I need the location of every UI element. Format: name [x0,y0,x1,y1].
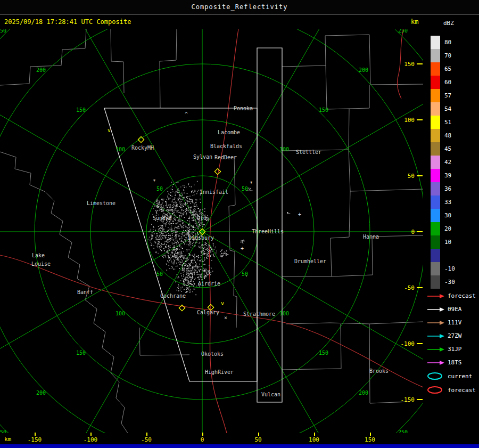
storm-marker: * [153,178,156,184]
county-boundary [286,322,423,324]
colorbar-value: 65 [444,66,451,72]
county-boundary [349,150,423,191]
31JP-arrow-icon [426,346,445,353]
range-label: 50 [242,186,248,192]
colorbar-cell: 10 [431,235,455,249]
precip-echoes [148,181,291,296]
colorbar-cell: 70 [431,49,455,62]
range-label: 100 [279,146,289,152]
x-axis-label: -50 [141,436,152,443]
x-axis-label: 100 [309,436,319,443]
x-axis-tick [258,433,259,436]
radar-site-icon [214,168,220,174]
range-label: 200 [359,390,368,396]
y-axis-label: 100 [404,117,415,124]
range-label: 100 [279,311,289,316]
09EA-arrow-icon [426,306,445,313]
colorbar-value: 48 [444,132,451,139]
colorbar-swatch [431,129,440,142]
city-label: Sylvan [193,154,212,160]
x-axis: km -150-100-50050100150 [0,433,423,444]
storm-marker: v [108,127,111,133]
track-legend-row: 31JP [426,343,476,356]
colorbar-swatch [431,249,440,262]
storm-marker: * [250,181,253,186]
county-boundary [282,35,423,85]
colorbar-cell: 36 [431,182,455,196]
colorbar-swatch [431,169,440,182]
range-label: 150 [319,107,328,113]
x-axis-tick [370,433,371,436]
x-axis-label: -100 [84,436,98,443]
track-legend-row: 18TS [426,356,476,369]
colorbar-swatch [431,116,440,129]
storm-marker: ^ [185,111,188,117]
colorbar-cell: -10 [431,262,455,275]
colorbar-unit: dBZ [443,20,454,27]
colorbar-swatch [431,142,440,156]
x-axis-tick [202,433,203,436]
y-axis-unit: km [411,18,418,26]
colorbar-value: 70 [444,52,451,59]
x-axis-label: 150 [365,436,375,443]
colorbar-swatch [431,62,440,76]
current-ellipse-icon [426,372,445,380]
legend-panel: dBZ 80 70 65 60 57 54 51 48 45 [423,14,479,444]
track-label: 09EA [448,306,462,313]
window-title: Composite_Reflectivity [192,3,288,11]
colorbar-swatch [431,209,440,222]
city-label: Innisfail [200,189,228,195]
colorbar-value: 60 [444,79,451,86]
track-label: current [448,373,472,380]
range-label: 200 [36,390,46,396]
x-axis-label: 50 [254,436,261,443]
storm-marker: × [224,315,227,321]
track-label: 18TS [448,359,462,366]
colorbar-value: 10 [444,239,451,246]
x-axis-tick [90,433,92,436]
city-label: Banff [77,289,93,295]
colorbar-cell: 65 [431,62,455,76]
city-label: Stettler [296,149,321,155]
track-legend-row: current [426,369,476,383]
city-label: Strathmore [243,311,275,317]
colorbar-cell: 20 [431,222,455,235]
status-bar [0,444,479,448]
colorbar-swatch [431,196,440,209]
azimuth-line [202,232,351,433]
y-axis-label: 0 [411,229,415,235]
window-title-bar: Composite_Reflectivity [0,0,479,14]
colorbar-swatch [431,262,440,275]
city-label: Drumheller [294,258,326,264]
colorbar-value: 42 [444,159,451,166]
city-label: HighRiver [205,369,234,375]
range-label: 200 [36,67,46,73]
track-legend: forecast 09EA 111V 27ZW 31JP 18TS curren… [426,289,476,397]
county-boundary [229,156,237,328]
storm-marker: + [241,246,244,251]
track-legend-row: 111V [426,316,476,329]
colorbar-cell [431,249,455,262]
y-axis-label: -150 [401,396,415,403]
city-label: Brooks [369,368,389,374]
timestamp: 2025/09/18 17:28:41 UTC Composite [4,18,131,26]
range-label: 250 [0,29,6,34]
county-boundary [111,29,124,93]
colorbar-value: 20 [444,225,451,232]
x-axis-unit: km [4,436,11,443]
county-boundary [369,324,410,403]
colorbar-value: -10 [444,265,455,272]
colorbar-value: -30 [444,279,455,286]
county-boundary [0,29,86,85]
storm-marker: + [298,211,301,217]
radar-map[interactable]: 5050505010010010010015015015015020020020… [0,29,423,433]
colorbar-cell: 48 [431,129,455,142]
y-axis-label: -50 [404,284,415,291]
colorbar-cell: -30 [431,275,455,289]
highway [397,29,403,99]
forecast-arrow-icon [426,293,445,299]
colorbar-swatch [431,36,440,49]
radar-coverage-outline [257,48,282,402]
colorbar-cell: 45 [431,142,455,156]
colorbar-cell: 33 [431,196,455,209]
